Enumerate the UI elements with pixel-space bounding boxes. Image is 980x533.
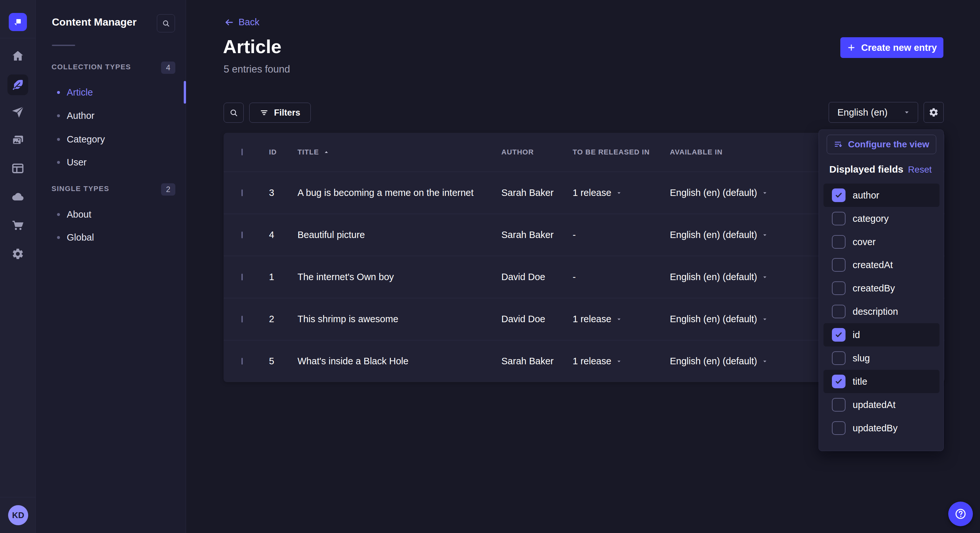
column-header-author[interactable]: AUTHOR <box>501 148 573 156</box>
checkbox-unchecked[interactable] <box>832 281 845 295</box>
help-button[interactable] <box>948 501 973 526</box>
collection-types-count-badge: 4 <box>161 62 175 74</box>
table-search-button[interactable] <box>224 103 244 123</box>
back-link[interactable]: Back <box>224 17 259 27</box>
bullet-icon <box>57 91 60 94</box>
field-toggle-description[interactable]: description <box>824 300 940 323</box>
configure-list-icon <box>834 140 843 149</box>
checkbox-unchecked[interactable] <box>832 235 845 249</box>
images-icon[interactable] <box>0 130 36 151</box>
field-toggle-createdAt[interactable]: createdAt <box>824 253 940 276</box>
sidebar-search-button[interactable] <box>157 14 175 32</box>
checkbox-checked[interactable] <box>832 189 845 202</box>
field-toggle-category[interactable]: category <box>824 207 940 230</box>
checkbox-unchecked[interactable] <box>832 398 845 412</box>
releases-menu-chevron-icon[interactable] <box>616 190 622 196</box>
field-toggle-updatedBy[interactable]: updatedBy <box>824 416 940 440</box>
releases-menu-chevron-icon[interactable] <box>616 316 622 322</box>
field-toggle-id[interactable]: id <box>824 323 940 346</box>
row-checkbox[interactable] <box>242 274 243 281</box>
avatar[interactable]: KD <box>8 505 28 525</box>
row-checkbox[interactable] <box>242 358 243 365</box>
check-icon <box>834 191 843 200</box>
column-header-title[interactable]: TITLE <box>298 148 501 156</box>
strapi-logo-icon <box>12 16 23 27</box>
sidebar-item-article[interactable]: Article <box>36 86 186 99</box>
sidebar: Content Manager COLLECTION TYPES 4 Artic… <box>36 0 186 533</box>
page-title: Article <box>223 36 282 57</box>
sidebar-item-about[interactable]: About <box>36 208 186 221</box>
checkbox-unchecked[interactable] <box>832 421 845 435</box>
home-icon[interactable] <box>0 46 36 67</box>
reset-link[interactable]: Reset <box>908 165 932 175</box>
entries-count: 5 entries found <box>224 63 290 75</box>
create-new-entry-button[interactable]: Create new entry <box>840 37 943 58</box>
search-icon <box>162 19 170 27</box>
field-toggle-cover[interactable]: cover <box>824 230 940 254</box>
locales-menu-chevron-icon[interactable] <box>762 232 768 238</box>
cart-icon[interactable] <box>0 214 36 235</box>
arrow-left-icon <box>224 17 234 27</box>
nav-rail: KD <box>0 0 36 533</box>
checkbox-unchecked[interactable] <box>832 212 845 225</box>
view-settings-gear-button[interactable] <box>924 102 944 123</box>
configure-the-view-button[interactable]: Configure the view <box>827 135 936 154</box>
layout-icon[interactable] <box>0 158 36 179</box>
sidebar-divider <box>52 45 75 46</box>
paper-plane-icon[interactable] <box>0 102 36 123</box>
cloud-icon[interactable] <box>0 186 36 207</box>
bullet-icon <box>57 236 60 239</box>
collection-types-label: COLLECTION TYPES <box>51 63 131 71</box>
checkbox-checked[interactable] <box>832 328 845 342</box>
sidebar-item-category[interactable]: Category <box>36 133 186 146</box>
checkbox-checked[interactable] <box>832 374 845 388</box>
row-checkbox[interactable] <box>242 316 243 322</box>
filters-button[interactable]: Filters <box>249 103 311 123</box>
bullet-icon <box>57 114 60 117</box>
view-settings-popover: Configure the view Displayed fields Rese… <box>819 130 944 451</box>
bullet-icon <box>57 213 60 216</box>
locales-menu-chevron-icon[interactable] <box>762 316 768 322</box>
field-toggle-author[interactable]: author <box>824 184 940 207</box>
locale-select[interactable]: English (en) <box>829 102 918 123</box>
field-toggle-createdBy[interactable]: createdBy <box>824 276 940 300</box>
checkbox-unchecked[interactable] <box>832 258 845 272</box>
column-header-id[interactable]: ID <box>269 148 298 156</box>
gear-icon[interactable] <box>0 244 36 264</box>
field-toggle-updatedAt[interactable]: updatedAt <box>824 393 940 416</box>
bullet-icon <box>57 161 60 164</box>
filter-icon <box>259 108 269 117</box>
rail-bottom-divider <box>0 497 36 497</box>
field-toggle-title[interactable]: title <box>824 370 940 393</box>
check-icon <box>834 377 843 386</box>
sidebar-item-user[interactable]: User <box>36 156 186 169</box>
sidebar-item-global[interactable]: Global <box>36 231 186 244</box>
checkbox-unchecked[interactable] <box>832 305 845 318</box>
search-icon <box>229 108 238 117</box>
strapi-logo[interactable] <box>9 13 27 31</box>
plus-icon <box>847 43 856 52</box>
sort-ascending-icon <box>323 149 330 156</box>
row-checkbox[interactable] <box>242 232 243 238</box>
row-checkbox[interactable] <box>242 189 243 196</box>
select-all-checkbox[interactable] <box>242 149 243 155</box>
column-header-released[interactable]: TO BE RELEASED IN <box>573 148 670 156</box>
question-mark-icon <box>954 508 967 520</box>
sidebar-scrollbar-thumb[interactable] <box>184 81 186 104</box>
rail-divider <box>0 38 36 38</box>
content-manager-app: KD Content Manager COLLECTION TYPES 4 Ar… <box>0 0 980 533</box>
locales-menu-chevron-icon[interactable] <box>762 274 768 281</box>
feather-icon[interactable] <box>0 75 36 95</box>
locales-menu-chevron-icon[interactable] <box>762 190 768 196</box>
chevron-down-icon <box>903 108 911 116</box>
field-toggle-slug[interactable]: slug <box>824 346 940 370</box>
displayed-fields-title: Displayed fields <box>829 164 903 175</box>
gear-icon <box>929 107 939 117</box>
single-types-count-badge: 2 <box>161 183 175 195</box>
checkbox-unchecked[interactable] <box>832 351 845 365</box>
bullet-icon <box>57 138 60 141</box>
locales-menu-chevron-icon[interactable] <box>762 358 768 365</box>
sidebar-item-author[interactable]: Author <box>36 109 186 122</box>
check-icon <box>834 330 843 339</box>
releases-menu-chevron-icon[interactable] <box>616 358 622 365</box>
